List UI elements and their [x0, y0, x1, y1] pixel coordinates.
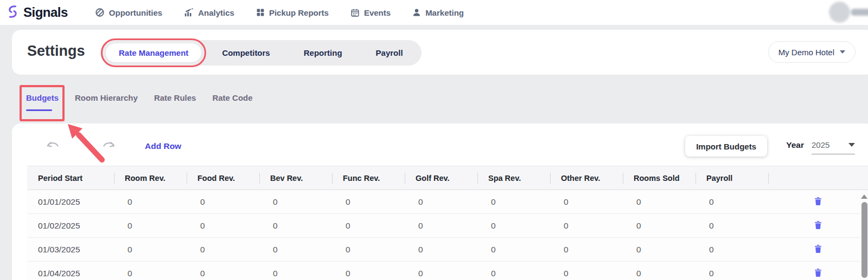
period-start-cell: 01/03/2025 — [27, 238, 114, 262]
delete-row-button[interactable] — [812, 243, 825, 256]
nav-item-marketing[interactable]: Marketing — [412, 8, 464, 17]
import-budgets-button[interactable]: Import Budgets — [685, 136, 767, 157]
subtab-rate-code[interactable]: Rate Code — [212, 93, 252, 111]
trash-icon — [814, 223, 822, 231]
tab-rate-management[interactable]: Rate Management — [106, 43, 201, 62]
scroll-up-arrow-icon[interactable] — [861, 194, 867, 199]
value-cell[interactable]: 0 — [187, 214, 259, 238]
value-cell[interactable]: 0 — [405, 190, 477, 214]
value-cell[interactable]: 0 — [187, 190, 259, 214]
table-row: 01/04/2025000000000 — [27, 262, 868, 280]
add-row-button[interactable]: Add Row — [145, 141, 181, 151]
user-avatar[interactable] — [829, 2, 850, 23]
rate-management-subtabs: Budgets Room Hierarchy Rate Rules Rate C… — [26, 93, 253, 111]
row-actions-cell — [768, 238, 868, 262]
row-actions-cell — [768, 214, 868, 238]
value-cell[interactable]: 0 — [405, 262, 477, 280]
row-actions-cell — [768, 262, 868, 280]
vertical-scrollbar[interactable] — [860, 191, 868, 280]
value-cell[interactable]: 0 — [550, 262, 623, 280]
brand-logo[interactable]: Signals — [5, 4, 68, 21]
redo-button[interactable] — [102, 139, 116, 152]
value-cell[interactable]: 0 — [259, 238, 332, 262]
analytics-icon — [184, 8, 194, 17]
user-name-redacted — [851, 9, 868, 16]
trash-icon — [814, 199, 822, 207]
value-cell[interactable]: 0 — [695, 214, 768, 238]
subtab-room-hierarchy[interactable]: Room Hierarchy — [75, 93, 138, 111]
main-nav: Opportunities Analytics — [95, 8, 464, 17]
value-cell[interactable]: 0 — [332, 190, 405, 214]
year-label: Year — [786, 140, 804, 150]
value-cell[interactable]: 0 — [259, 214, 332, 238]
value-cell[interactable]: 0 — [259, 262, 332, 280]
page-title: Settings — [27, 43, 85, 60]
value-cell[interactable]: 0 — [695, 190, 768, 214]
tab-competitors[interactable]: Competitors — [209, 43, 283, 62]
delete-row-button[interactable] — [812, 219, 825, 232]
value-cell[interactable]: 0 — [259, 190, 332, 214]
marketing-icon — [412, 8, 421, 17]
nav-label: Pickup Reports — [269, 8, 329, 17]
column-header-room-rev: Room Rev. — [114, 166, 187, 190]
value-cell[interactable]: 0 — [695, 262, 768, 280]
nav-item-events[interactable]: Events — [350, 8, 391, 17]
subtab-label: Rate Code — [212, 93, 252, 102]
table-row: 01/01/2025000000000 — [27, 190, 868, 214]
value-cell[interactable]: 0 — [332, 214, 405, 238]
subtab-rate-rules[interactable]: Rate Rules — [154, 93, 196, 111]
value-cell[interactable]: 0 — [550, 238, 623, 262]
value-cell[interactable]: 0 — [332, 238, 405, 262]
value-cell[interactable]: 0 — [405, 214, 477, 238]
value-cell[interactable]: 0 — [114, 190, 187, 214]
value-cell[interactable]: 0 — [623, 262, 695, 280]
active-subtab-underline — [26, 109, 52, 111]
budgets-table: Period StartRoom Rev.Food Rev.Bev Rev.Fu… — [27, 166, 868, 280]
events-icon — [350, 8, 360, 17]
value-cell[interactable]: 0 — [623, 190, 695, 214]
value-cell[interactable]: 0 — [550, 190, 623, 214]
chevron-down-icon — [848, 143, 855, 147]
table-row: 01/03/2025000000000 — [27, 238, 868, 262]
nav-item-pickup-reports[interactable]: Pickup Reports — [256, 8, 329, 17]
value-cell[interactable]: 0 — [114, 238, 187, 262]
value-cell[interactable]: 0 — [405, 238, 477, 262]
nav-label: Opportunities — [109, 8, 162, 17]
year-value: 2025 — [812, 140, 829, 149]
column-header-payroll: Payroll — [695, 166, 768, 190]
pickup-reports-icon — [256, 8, 265, 17]
nav-item-opportunities[interactable]: Opportunities — [95, 8, 162, 17]
value-cell[interactable]: 0 — [477, 238, 550, 262]
undo-button[interactable] — [46, 139, 60, 152]
value-cell[interactable]: 0 — [550, 214, 623, 238]
nav-item-analytics[interactable]: Analytics — [184, 8, 234, 17]
delete-row-button[interactable] — [812, 196, 825, 209]
value-cell[interactable]: 0 — [187, 262, 259, 280]
nav-label: Analytics — [198, 8, 234, 17]
subtab-budgets[interactable]: Budgets — [26, 93, 59, 111]
settings-tab-group: Rate Management Competitors Reporting Pa… — [100, 40, 422, 66]
value-cell[interactable]: 0 — [477, 214, 550, 238]
value-cell[interactable]: 0 — [477, 262, 550, 280]
hotel-selector-dropdown[interactable]: My Demo Hotel — [768, 41, 856, 63]
tab-reporting[interactable]: Reporting — [291, 43, 355, 62]
subtab-underline-placeholder — [154, 109, 196, 111]
value-cell[interactable]: 0 — [332, 262, 405, 280]
column-header-actions — [768, 166, 868, 190]
subtab-label: Rate Rules — [154, 93, 196, 102]
tab-payroll[interactable]: Payroll — [363, 43, 416, 62]
value-cell[interactable]: 0 — [623, 238, 695, 262]
scrollbar-thumb[interactable] — [861, 202, 867, 278]
year-select[interactable]: 2025 — [812, 140, 855, 154]
value-cell[interactable]: 0 — [623, 214, 695, 238]
row-actions-cell — [768, 190, 868, 214]
value-cell[interactable]: 0 — [695, 238, 768, 262]
subtab-underline-placeholder — [75, 109, 138, 111]
top-navigation-bar: Signals Opportunities — [0, 0, 868, 25]
value-cell[interactable]: 0 — [114, 214, 187, 238]
subtab-underline-placeholder — [212, 109, 252, 111]
value-cell[interactable]: 0 — [477, 190, 550, 214]
value-cell[interactable]: 0 — [114, 262, 187, 280]
value-cell[interactable]: 0 — [187, 238, 259, 262]
delete-row-button[interactable] — [812, 267, 825, 280]
